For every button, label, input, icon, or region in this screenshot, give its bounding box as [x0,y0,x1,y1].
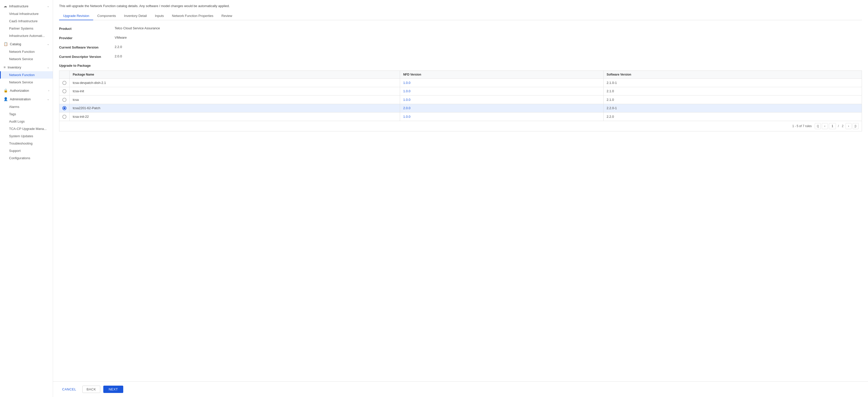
sidebar-item-tags[interactable]: Tags [0,110,53,118]
field-label-current-descriptor-version: Current Descriptor Version [59,54,115,59]
field-row-product: ProductTelco Cloud Service Assurance [59,26,862,31]
table-header: Package Name NFD Version Software Versio… [59,71,862,79]
sidebar-item-tca-cp-upgrade[interactable]: TCA-CP Upgrade Mana... [0,125,53,133]
sidebar-group-infrastructure: ☁Infrastructure⌄Virtual InfrastructureCa… [0,2,53,39]
table-row-row-2[interactable]: tcsa-init1.0.02.1.0 [59,87,862,95]
sidebar-item-partner-systems[interactable]: Partner Systems [0,25,53,32]
radio-cell-row-1[interactable] [59,79,70,87]
sidebar-item-catalog-network-function[interactable]: Network Function [0,48,53,55]
sidebar-group-catalog: 📋Catalog⌄Network FunctionNetwork Service [0,40,53,63]
info-message: This will upgrade the Network Function c… [59,4,862,8]
field-row-current-descriptor-version: Current Descriptor Version2.0.0 [59,54,862,59]
radio-cell-row-5[interactable] [59,112,70,121]
sidebar-item-troubleshooting[interactable]: Troubleshooting [0,140,53,147]
first-page-button[interactable]: ⟨| [815,123,821,129]
radio-btn-row-5[interactable] [62,115,66,119]
authorization-chevron-icon: › [48,89,49,92]
sidebar-item-infrastructure-automati[interactable]: Infrastructure Automati... [0,32,53,39]
page-separator: / [838,124,839,128]
prev-page-button[interactable]: ‹ [822,123,828,129]
field-label-current-software-version: Current Software Version [59,45,115,49]
nfd-version-row-5: 1.0.0 [400,112,603,121]
main-content: This will upgrade the Network Function c… [53,0,868,397]
table-row-row-4[interactable]: tcsa2201-62-Patch2.0.02.2.0-1 [59,104,862,112]
table-body: tcsa-devpatch-dish-2.11.0.02.1.0-1tcsa-i… [59,79,862,121]
sidebar-group-header-catalog[interactable]: 📋Catalog⌄ [0,40,53,48]
sidebar-group-header-administration[interactable]: 👤Administration⌄ [0,95,53,103]
sidebar-group-header-infrastructure[interactable]: ☁Infrastructure⌄ [0,2,53,10]
next-page-button[interactable]: › [845,123,851,129]
fields-section: ProductTelco Cloud Service AssuranceProv… [59,26,862,59]
content-area: This will upgrade the Network Function c… [53,0,868,381]
tab-inputs[interactable]: Inputs [151,12,168,20]
tab-components[interactable]: Components [93,12,120,20]
radio-btn-row-3[interactable] [62,98,66,102]
sidebar-item-configurations[interactable]: Configurations [0,154,53,162]
radio-cell-row-4[interactable] [59,104,70,112]
field-label-provider: Provider [59,36,115,40]
sidebar-item-inventory-network-service[interactable]: Network Service [0,79,53,86]
col-package-name: Package Name [70,71,400,79]
sidebar-group-label-catalog: Catalog [10,42,21,46]
sidebar-item-virtual-infrastructure[interactable]: Virtual Infrastructure [0,10,53,18]
sidebar-item-catalog-network-service[interactable]: Network Service [0,55,53,63]
catalog-chevron-icon: ⌄ [47,42,49,46]
col-nfd-version: NFD Version [400,71,603,79]
table-row-row-1[interactable]: tcsa-devpatch-dish-2.11.0.02.1.0-1 [59,79,862,87]
sidebar-group-label-administration: Administration [10,97,31,101]
pagination-info: 1 - 5 of 7 rules [792,124,812,128]
sidebar-item-alarms[interactable]: Alarms [0,103,53,110]
sidebar-group-administration: 👤Administration⌄AlarmsTagsAudit LogsTCA-… [0,95,53,162]
sidebar-item-support[interactable]: Support [0,147,53,154]
radio-btn-row-1[interactable] [62,81,66,85]
tab-inventory-detail[interactable]: Inventory Detail [120,12,151,20]
software-version-row-4: 2.2.0-1 [603,104,862,112]
inventory-chevron-icon: ⌄ [47,66,49,69]
sidebar-item-system-updates[interactable]: System Updates [0,133,53,140]
cancel-button[interactable]: CANCEL [59,386,79,393]
nfd-version-row-2: 1.0.0 [400,87,603,95]
radio-btn-row-2[interactable] [62,89,66,93]
nfd-version-row-3: 1.0.0 [400,95,603,104]
field-value-current-descriptor-version: 2.0.0 [115,54,122,58]
sidebar-group-header-authorization[interactable]: 🔒Authorization› [0,86,53,94]
tab-upgrade-revision[interactable]: Upgrade Revision [59,12,93,20]
last-page-button[interactable]: |⟩ [852,123,859,129]
package-name-row-1: tcsa-devpatch-dish-2.1 [70,79,400,87]
nfd-version-row-1: 1.0.0 [400,79,603,87]
radio-btn-row-4[interactable] [62,106,66,110]
authorization-group-icon: 🔒 [3,88,8,92]
package-name-row-3: tcsa [70,95,400,104]
back-button[interactable]: BACK [82,386,100,393]
package-name-row-5: tcsa-init-22 [70,112,400,121]
radio-cell-row-3[interactable] [59,95,70,104]
software-version-row-3: 2.1.0 [603,95,862,104]
tab-network-function-properties[interactable]: Network Function Properties [168,12,217,20]
software-version-row-5: 2.2.0 [603,112,862,121]
page-input[interactable] [829,123,836,129]
tab-review[interactable]: Review [217,12,237,20]
pagination-controls[interactable]: ⟨| ‹ / 2 › |⟩ [815,123,859,129]
sidebar-item-caas-infrastructure[interactable]: CaaS Infrastructure [0,18,53,25]
nfd-version-row-4: 2.0.0 [400,104,603,112]
table-row-row-3[interactable]: tcsa1.0.02.1.0 [59,95,862,104]
radio-cell-row-2[interactable] [59,87,70,95]
table-row-row-5[interactable]: tcsa-init-221.0.02.2.0 [59,112,862,121]
administration-chevron-icon: ⌄ [47,97,49,101]
software-version-row-1: 2.1.0-1 [603,79,862,87]
next-button[interactable]: NEXT [103,386,123,393]
field-row-current-software-version: Current Software Version2.2.0 [59,45,862,49]
sidebar-group-label-inventory: Inventory [7,65,21,69]
field-value-current-software-version: 2.2.0 [115,45,122,49]
action-bar: CANCEL BACK NEXT [53,381,868,397]
pagination: 1 - 5 of 7 rules ⟨| ‹ / 2 › |⟩ [59,121,862,132]
sidebar-group-label-authorization: Authorization [10,89,29,92]
sidebar-group-header-inventory[interactable]: ≡Inventory⌄ [0,63,53,71]
sidebar-item-inventory-network-function[interactable]: Network Function [0,71,53,79]
tabs-bar: Upgrade RevisionComponentsInventory Deta… [59,12,862,20]
col-select [59,71,70,79]
sidebar-item-audit-logs[interactable]: Audit Logs [0,118,53,125]
total-pages: 2 [842,124,843,128]
package-table: Package Name NFD Version Software Versio… [59,70,862,121]
sidebar-group-label-infrastructure: Infrastructure [9,4,29,8]
